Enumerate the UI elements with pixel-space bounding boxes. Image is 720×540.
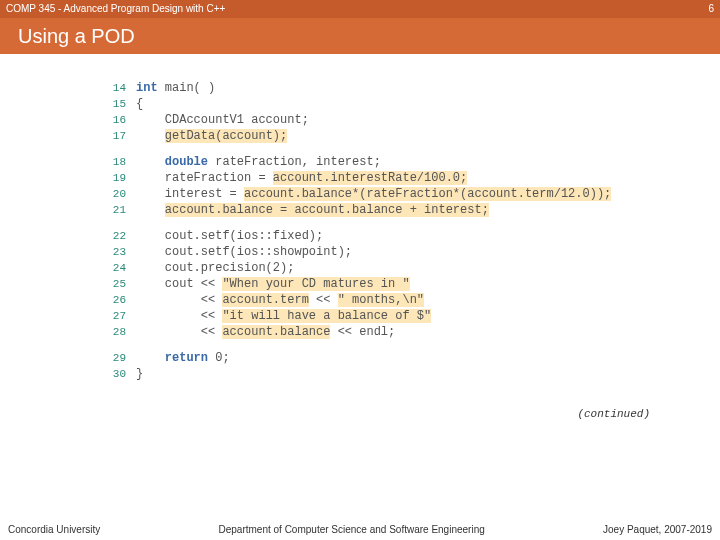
line-number: 21 (110, 202, 136, 218)
code-line: 24 cout.precision(2); (110, 260, 630, 276)
code-block: 22 cout.setf(ios::fixed);23 cout.setf(io… (110, 228, 630, 340)
top-bar: COMP 345 - Advanced Program Design with … (0, 0, 720, 18)
code-block: 18 double rateFraction, interest;19 rate… (110, 154, 630, 218)
code-line: 25 cout << "When your CD matures in " (110, 276, 630, 292)
line-number: 20 (110, 186, 136, 202)
line-number: 14 (110, 80, 136, 96)
line-number: 27 (110, 308, 136, 324)
slide: COMP 345 - Advanced Program Design with … (0, 0, 720, 540)
line-number: 17 (110, 128, 136, 144)
code-area: 14int main( )15{16 CDAccountV1 account;1… (110, 80, 630, 392)
code-text: interest = account.balance*(rateFraction… (136, 186, 611, 202)
code-text: cout.precision(2); (136, 260, 294, 276)
code-line: 18 double rateFraction, interest; (110, 154, 630, 170)
footer-right: Joey Paquet, 2007-2019 (603, 524, 712, 535)
code-line: 16 CDAccountV1 account; (110, 112, 630, 128)
code-line: 17 getData(account); (110, 128, 630, 144)
course-label: COMP 345 - Advanced Program Design with … (6, 0, 225, 18)
code-text: account.balance = account.balance + inte… (136, 202, 489, 218)
code-text: << "it will have a balance of $" (136, 308, 431, 324)
code-text: cout.setf(ios::fixed); (136, 228, 323, 244)
line-number: 23 (110, 244, 136, 260)
line-number: 18 (110, 154, 136, 170)
line-number: 26 (110, 292, 136, 308)
code-text: cout << "When your CD matures in " (136, 276, 410, 292)
code-text: } (136, 366, 143, 382)
footer: Concordia University Department of Compu… (0, 518, 720, 540)
code-text: rateFraction = account.interestRate/100.… (136, 170, 467, 186)
line-number: 15 (110, 96, 136, 112)
code-line: 30} (110, 366, 630, 382)
code-line: 28 << account.balance << endl; (110, 324, 630, 340)
code-text: int main( ) (136, 80, 215, 96)
code-block: 29 return 0;30} (110, 350, 630, 382)
line-number: 16 (110, 112, 136, 128)
code-line: 27 << "it will have a balance of $" (110, 308, 630, 324)
footer-left: Concordia University (8, 524, 100, 535)
line-number: 22 (110, 228, 136, 244)
code-block: 14int main( )15{16 CDAccountV1 account;1… (110, 80, 630, 144)
code-line: 23 cout.setf(ios::showpoint); (110, 244, 630, 260)
code-line: 22 cout.setf(ios::fixed); (110, 228, 630, 244)
page-number: 6 (708, 0, 714, 18)
code-line: 29 return 0; (110, 350, 630, 366)
code-text: getData(account); (136, 128, 287, 144)
code-text: double rateFraction, interest; (136, 154, 381, 170)
code-text: << account.balance << endl; (136, 324, 395, 340)
code-text: << account.term << " months,\n" (136, 292, 424, 308)
code-text: { (136, 96, 143, 112)
line-number: 30 (110, 366, 136, 382)
code-line: 21 account.balance = account.balance + i… (110, 202, 630, 218)
code-line: 15{ (110, 96, 630, 112)
footer-center: Department of Computer Science and Softw… (100, 524, 603, 535)
line-number: 29 (110, 350, 136, 366)
code-text: CDAccountV1 account; (136, 112, 309, 128)
code-line: 19 rateFraction = account.interestRate/1… (110, 170, 630, 186)
line-number: 19 (110, 170, 136, 186)
line-number: 24 (110, 260, 136, 276)
code-text: return 0; (136, 350, 230, 366)
slide-title: Using a POD (0, 18, 720, 54)
continued-label: (continued) (577, 408, 650, 420)
code-line: 20 interest = account.balance*(rateFract… (110, 186, 630, 202)
code-text: cout.setf(ios::showpoint); (136, 244, 352, 260)
code-line: 26 << account.term << " months,\n" (110, 292, 630, 308)
code-line: 14int main( ) (110, 80, 630, 96)
line-number: 28 (110, 324, 136, 340)
line-number: 25 (110, 276, 136, 292)
